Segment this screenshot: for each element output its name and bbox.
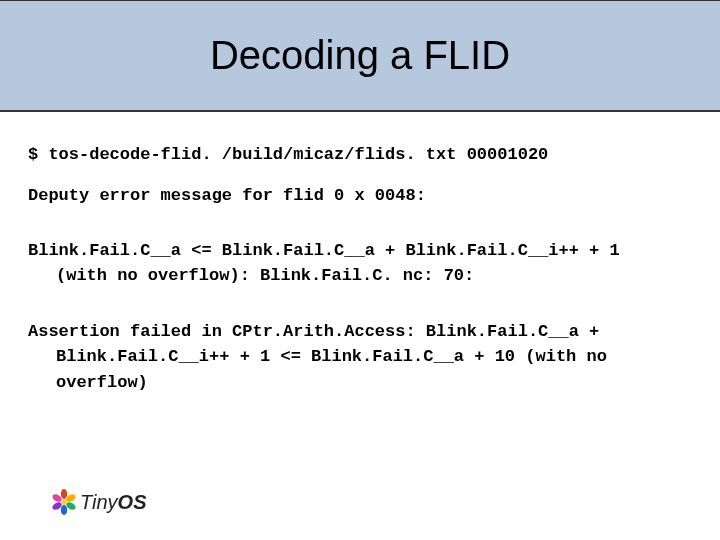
code-block-2: Assertion failed in CPtr.Arith.Access: B… bbox=[28, 319, 692, 396]
code-line: (with no overflow): Blink.Fail.C. nc: 70… bbox=[28, 263, 692, 289]
code-block-1: Blink.Fail.C__a <= Blink.Fail.C__a + Bli… bbox=[28, 238, 692, 289]
svg-point-3 bbox=[61, 505, 67, 515]
title-band: Decoding a FLID bbox=[0, 0, 720, 112]
svg-point-0 bbox=[61, 489, 67, 499]
code-line: Assertion failed in CPtr.Arith.Access: B… bbox=[28, 322, 599, 341]
logo-tiny: Tiny bbox=[80, 491, 118, 513]
slide-title: Decoding a FLID bbox=[210, 33, 510, 78]
flower-icon bbox=[50, 488, 78, 516]
code-line: Blink.Fail.C__i++ + 1 <= Blink.Fail.C__a… bbox=[28, 344, 692, 370]
message-line: Deputy error message for flid 0 x 0048: bbox=[28, 185, 692, 208]
logo-text: TinyOS bbox=[80, 491, 147, 514]
tinyos-logo: TinyOS bbox=[50, 488, 147, 516]
slide-content: $ tos-decode-flid. /build/micaz/flids. t… bbox=[0, 112, 720, 395]
code-line: overflow) bbox=[28, 370, 692, 396]
logo-os: OS bbox=[118, 491, 147, 513]
code-line: Blink.Fail.C__a <= Blink.Fail.C__a + Bli… bbox=[28, 241, 620, 260]
svg-point-6 bbox=[61, 499, 67, 505]
command-line: $ tos-decode-flid. /build/micaz/flids. t… bbox=[28, 144, 692, 167]
